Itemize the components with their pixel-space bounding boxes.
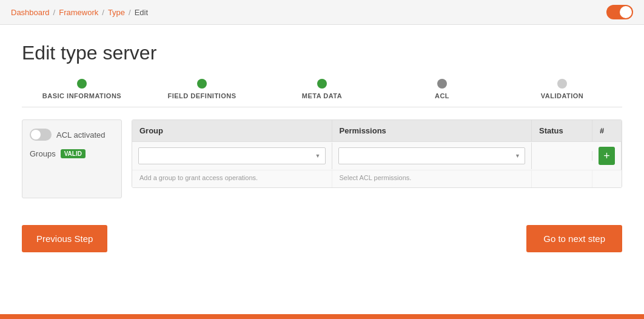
status-cell [532, 151, 592, 161]
step-acl[interactable]: ACL [382, 79, 502, 99]
step-validation[interactable]: VALIDATION [502, 79, 622, 99]
breadcrumb-sep-1: / [53, 8, 56, 17]
group-hint: Add a group to grant access operations. [132, 170, 332, 187]
breadcrumb: Dashboard / Framework / Type / Edit [11, 8, 148, 17]
breadcrumb-type[interactable]: Type [108, 8, 125, 17]
status-hint [532, 170, 592, 187]
main-section: ACL activated Groups VALID Group Permiss… [22, 107, 622, 210]
step-meta-data[interactable]: META DATA [262, 79, 382, 99]
previous-step-button[interactable]: Previous Step [22, 225, 107, 252]
group-select[interactable] [138, 147, 326, 164]
step-dot-acl [437, 79, 447, 89]
group-select-wrapper [138, 147, 326, 164]
table-header: Group Permissions Status # [132, 120, 622, 142]
bottom-bar [0, 314, 644, 319]
group-select-cell [132, 143, 332, 169]
step-field-definitions[interactable]: FIELD DEFINITIONS [142, 79, 262, 99]
groups-row: Groups VALID [30, 149, 114, 158]
acl-toggle[interactable] [30, 129, 52, 141]
col-hash: # [592, 120, 622, 141]
add-cell: + [592, 142, 622, 170]
left-panel: ACL activated Groups VALID [22, 119, 122, 198]
next-step-button[interactable]: Go to next step [526, 225, 622, 252]
step-dot-basic [77, 79, 87, 89]
page-title: Edit type server [22, 42, 622, 64]
step-basic-informations[interactable]: BASIC INFORMATIONS [22, 79, 142, 99]
step-dot-meta [317, 79, 327, 89]
table-input-row: + [132, 142, 622, 170]
global-toggle[interactable] [606, 5, 633, 19]
table-hint-row: Add a group to grant access operations. … [132, 170, 622, 187]
valid-badge: VALID [61, 149, 86, 158]
step-label-acl: ACL [435, 92, 449, 99]
footer: Previous Step Go to next step [0, 210, 644, 267]
breadcrumb-current: Edit [135, 8, 148, 17]
breadcrumb-sep-3: / [129, 8, 131, 17]
step-label-basic: BASIC INFORMATIONS [42, 92, 121, 99]
breadcrumb-sep-2: / [102, 8, 104, 17]
col-status: Status [532, 120, 592, 141]
steps: BASIC INFORMATIONS FIELD DEFINITIONS MET… [22, 79, 622, 107]
page-content: Edit type server BASIC INFORMATIONS FIEL… [0, 25, 644, 210]
col-group: Group [132, 120, 332, 141]
groups-label: Groups [30, 149, 56, 158]
step-label-field: FIELD DEFINITIONS [168, 92, 236, 99]
permissions-select-cell [332, 143, 532, 169]
step-label-validation: VALIDATION [541, 92, 584, 99]
step-dot-field [197, 79, 207, 89]
acl-table: Group Permissions Status # [132, 119, 622, 188]
add-row-button[interactable]: + [599, 147, 615, 165]
acl-label: ACL activated [56, 130, 105, 139]
permissions-select[interactable] [338, 147, 526, 164]
permissions-select-wrapper [338, 147, 526, 164]
step-dot-validation [557, 79, 567, 89]
steps-container: BASIC INFORMATIONS FIELD DEFINITIONS MET… [22, 79, 622, 107]
hash-hint [592, 170, 622, 187]
permissions-hint: Select ACL permissions. [332, 170, 532, 187]
acl-toggle-row: ACL activated [30, 129, 114, 141]
step-label-meta: META DATA [302, 92, 342, 99]
breadcrumb-framework[interactable]: Framework [59, 8, 98, 17]
breadcrumb-dashboard[interactable]: Dashboard [11, 8, 50, 17]
col-permissions: Permissions [332, 120, 532, 141]
breadcrumb-bar: Dashboard / Framework / Type / Edit [0, 0, 644, 25]
